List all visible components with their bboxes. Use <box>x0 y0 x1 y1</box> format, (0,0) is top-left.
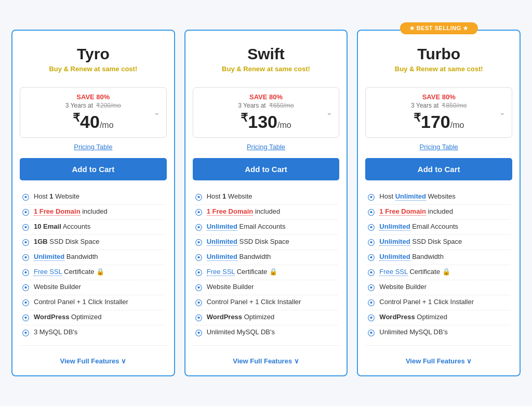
feature-text: Unlimited Bandwidth <box>34 253 98 260</box>
duration-text: 3 Years at <box>411 102 438 109</box>
feature-text: 10 Email Accounts <box>34 222 90 230</box>
feature-check-icon: ⦿ <box>22 329 30 337</box>
plan-tagline: Buy & Renew at same cost! <box>196 65 337 73</box>
feature-text: Unlimited Bandwidth <box>207 253 271 260</box>
feature-text: Host Unlimited Websites <box>379 192 455 200</box>
free-domain-text: 1 Free Domain <box>34 207 81 216</box>
feature-check-icon: ⦿ <box>22 223 30 232</box>
dropdown-arrow-icon[interactable]: ⌄ <box>499 108 506 116</box>
view-full-features-link[interactable]: View Full Features ∨ <box>12 354 174 365</box>
price-box: SAVE 80% 3 Years at ₹650/mo ₹130/mo ⌄ <box>193 87 340 138</box>
feature-text: Website Builder <box>379 283 427 291</box>
view-full-features-link[interactable]: View Full Features ∨ <box>358 354 520 365</box>
card-header: Tyro Buy & Renew at same cost! <box>12 31 174 87</box>
feature-item: ⦿ 10 Email Accounts <box>22 220 165 235</box>
add-to-cart-button[interactable]: Add to Cart <box>365 158 512 180</box>
feature-item: ⦿ Control Panel + 1 Click Installer <box>195 295 338 310</box>
feature-item: ⦿ 1 Free Domain included <box>367 205 510 220</box>
save-label: SAVE 80% <box>373 93 504 101</box>
feature-text: 3 MySQL DB's <box>34 328 77 336</box>
feature-check-icon: ⦿ <box>367 253 375 262</box>
feature-text: Unlimited Email Accounts <box>207 222 286 230</box>
feature-bold-link: Unlimited <box>379 222 410 231</box>
pricing-table-link[interactable]: Pricing Table <box>12 143 174 151</box>
original-price-row: 3 Years at ₹650/mo <box>201 102 332 109</box>
pricing-table-link[interactable]: Pricing Table <box>358 143 520 151</box>
feature-check-icon: ⦿ <box>22 283 30 292</box>
feature-text: WordPress Optimized <box>379 313 447 321</box>
original-price: ₹200/mo <box>96 102 121 109</box>
feature-link: Free SSL <box>379 268 407 276</box>
dropdown-arrow-icon[interactable]: ⌄ <box>326 108 332 116</box>
current-price: ₹170/mo <box>373 111 504 132</box>
feature-item: ⦿ Unlimited Bandwidth <box>367 250 510 265</box>
feature-item: ⦿ Unlimited Email Accounts <box>367 220 510 235</box>
feature-bold-link: Unlimited <box>207 238 237 246</box>
feature-text: Host 1 Website <box>207 192 252 200</box>
feature-check-icon: ⦿ <box>195 313 203 322</box>
feature-check-icon: ⦿ <box>195 253 203 262</box>
rupee-symbol: ₹ <box>73 111 80 124</box>
feature-check-icon: ⦿ <box>367 313 375 322</box>
feature-bold-link: Unlimited <box>379 253 410 261</box>
divider <box>20 345 167 346</box>
feature-item: ⦿ Website Builder <box>195 280 338 295</box>
original-price-row: 3 Years at ₹850/mo <box>373 102 504 109</box>
plan-name: Turbo <box>368 45 509 63</box>
price-unit: /mo <box>277 121 291 129</box>
feature-check-icon: ⦿ <box>195 193 203 202</box>
feature-bold: 1 <box>222 192 226 200</box>
feature-item: ⦿ Unlimited MySQL DB's <box>195 325 338 340</box>
feature-item: ⦿ Website Builder <box>367 280 510 295</box>
add-to-cart-button[interactable]: Add to Cart <box>20 158 167 180</box>
feature-text: 1GB SSD Disk Space <box>34 238 99 245</box>
feature-check-icon: ⦿ <box>367 223 375 232</box>
feature-item: ⦿ Unlimited Email Accounts <box>195 220 338 235</box>
price-unit: /mo <box>100 121 114 129</box>
feature-item: ⦿ Unlimited MySQL DB's <box>367 325 510 340</box>
feature-check-icon: ⦿ <box>195 283 203 292</box>
feature-item: ⦿ Host Unlimited Websites <box>367 190 510 205</box>
feature-text: Unlimited MySQL DB's <box>379 328 447 336</box>
feature-check-icon: ⦿ <box>367 283 375 292</box>
feature-check-icon: ⦿ <box>22 193 30 202</box>
divider <box>193 345 340 346</box>
feature-check-icon: ⦿ <box>195 238 203 247</box>
plan-card-tyro: Tyro Buy & Renew at same cost! SAVE 80% … <box>11 30 175 376</box>
feature-bold-link: Unlimited <box>207 222 237 231</box>
price-box: SAVE 80% 3 Years at ₹850/mo ₹170/mo ⌄ <box>365 87 512 138</box>
feature-text: Free SSL Certificate 🔒 <box>207 268 277 276</box>
save-label: SAVE 80% <box>28 93 159 101</box>
feature-check-icon: ⦿ <box>22 238 30 247</box>
features-list: ⦿ Host Unlimited Websites ⦿ 1 Free Domai… <box>358 190 520 340</box>
card-header: Turbo Buy & Renew at same cost! <box>358 31 520 87</box>
feature-text: WordPress Optimized <box>34 313 102 321</box>
feature-item: ⦿ Free SSL Certificate 🔒 <box>367 265 510 280</box>
feature-text: Website Builder <box>34 283 81 291</box>
original-price: ₹650/mo <box>269 102 294 109</box>
feature-bold-link: Unlimited <box>395 192 426 201</box>
free-domain-text: 1 Free Domain <box>379 207 426 216</box>
view-full-features-link[interactable]: View Full Features ∨ <box>185 354 347 365</box>
feature-text: Website Builder <box>207 283 254 291</box>
feature-text: Unlimited Bandwidth <box>379 253 444 260</box>
feature-check-icon: ⦿ <box>22 298 30 307</box>
feature-check-icon: ⦿ <box>367 193 375 202</box>
add-to-cart-button[interactable]: Add to Cart <box>193 158 340 180</box>
original-price-row: 3 Years at ₹200/mo <box>28 102 159 109</box>
pricing-table-link[interactable]: Pricing Table <box>185 143 347 151</box>
dropdown-arrow-icon[interactable]: ⌄ <box>154 108 160 116</box>
feature-item: ⦿ Free SSL Certificate 🔒 <box>195 265 338 280</box>
best-selling-badge: ★ BEST SELLING ★ <box>400 22 478 34</box>
feature-link: Free SSL <box>207 268 235 276</box>
current-price: ₹130/mo <box>201 111 332 132</box>
plan-tagline: Buy & Renew at same cost! <box>368 65 509 73</box>
feature-check-icon: ⦿ <box>195 268 203 277</box>
feature-check-icon: ⦿ <box>367 238 375 247</box>
feature-text: Control Panel + 1 Click Installer <box>379 298 474 306</box>
feature-item: ⦿ WordPress Optimized <box>367 310 510 325</box>
feature-text: WordPress Optimized <box>207 313 275 321</box>
feature-check-icon: ⦿ <box>22 253 30 262</box>
feature-item: ⦿ Unlimited Bandwidth <box>22 250 165 265</box>
feature-bold: WordPress <box>207 313 242 321</box>
